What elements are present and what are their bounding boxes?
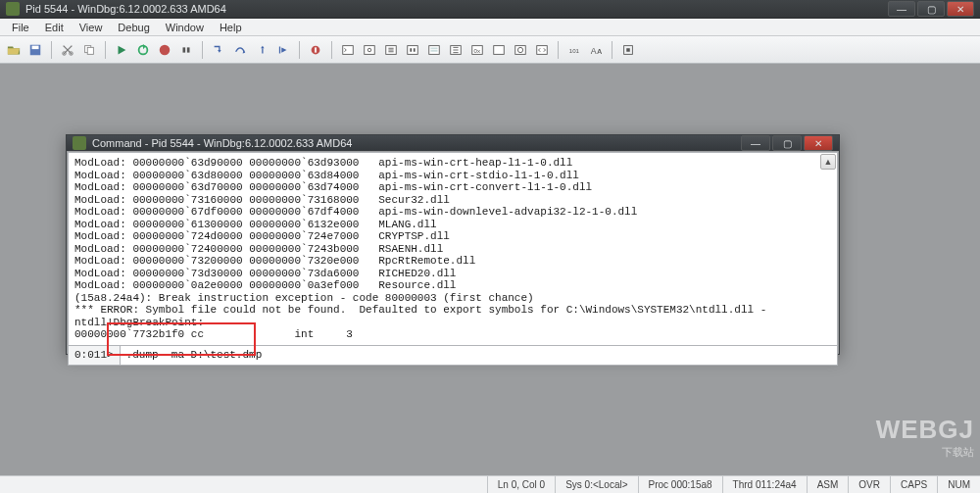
command-window-controls: — ▢ ✕ [739, 135, 833, 151]
watermark-main: WEBGJ [876, 415, 974, 444]
tb-regwin-icon[interactable] [403, 40, 422, 60]
svg-rect-1 [32, 45, 39, 49]
tb-break-icon[interactable] [176, 40, 196, 60]
status-thrd: Thrd 011:24a4 [722, 476, 807, 493]
command-output[interactable]: ModLoad: 00000000`63d90000 00000000`63d9… [69, 153, 837, 345]
titlebar[interactable]: Pid 5544 - WinDbg:6.12.0002.633 AMD64 — … [0, 0, 980, 19]
tb-font-icon[interactable]: Aᴀ [586, 40, 606, 60]
app-icon [6, 2, 20, 16]
prompt-row: 0:011> [69, 345, 837, 365]
svg-rect-21 [494, 45, 505, 54]
status-ovr: OVR [848, 476, 890, 493]
menu-debug[interactable]: Debug [110, 19, 157, 35]
svg-rect-28 [626, 48, 630, 52]
minimize-button[interactable]: — [888, 1, 915, 17]
toolbar-sep [105, 41, 106, 59]
tb-stepinto-icon[interactable] [209, 40, 228, 60]
close-button[interactable]: ✕ [947, 1, 974, 17]
toolbar-sep [558, 41, 559, 59]
svg-point-7 [160, 44, 171, 55]
toolbar: 0x 101 Aᴀ [0, 36, 980, 64]
tb-srcwin-icon[interactable] [532, 40, 552, 60]
app-window: Pid 5544 - WinDbg:6.12.0002.633 AMD64 — … [0, 0, 980, 493]
tb-stop-icon[interactable] [155, 40, 174, 60]
command-title: Command - Pid 5544 - WinDbg:6.12.0002.63… [92, 137, 739, 149]
watermark: WEBGJ 下载站 [876, 415, 974, 460]
tb-memwin-icon[interactable] [424, 40, 444, 60]
tb-copy-icon[interactable] [79, 40, 99, 60]
command-body: ModLoad: 00000000`63d90000 00000000`63d9… [68, 152, 838, 366]
cmd-close-button[interactable]: ✕ [804, 135, 833, 151]
status-num: NUM [937, 476, 980, 493]
status-proc: Proc 000:15a8 [638, 476, 722, 493]
status-lncol: Ln 0, Col 0 [487, 476, 555, 493]
svg-rect-12 [343, 45, 354, 54]
svg-rect-5 [87, 47, 93, 54]
toolbar-sep [331, 41, 332, 59]
tb-disasmwin-icon[interactable]: 0x [467, 40, 487, 60]
tb-cmdwin-icon[interactable] [338, 40, 358, 60]
window-controls: — ▢ ✕ [886, 1, 974, 17]
status-caps: CAPS [890, 476, 937, 493]
statusbar: Ln 0, Col 0 Sys 0:<Local> Proc 000:15a8 … [0, 475, 980, 493]
tb-go-icon[interactable] [112, 40, 131, 60]
tb-callstackwin-icon[interactable] [446, 40, 466, 60]
command-titlebar[interactable]: Command - Pid 5544 - WinDbg:6.12.0002.63… [67, 135, 839, 151]
menubar: File Edit View Debug Window Help [0, 19, 980, 36]
svg-rect-16 [408, 45, 418, 54]
cmd-icon [73, 136, 86, 150]
svg-rect-9 [187, 47, 190, 52]
tb-open-icon[interactable] [4, 40, 24, 60]
tb-watchwin-icon[interactable] [360, 40, 379, 60]
menu-help[interactable]: Help [212, 19, 250, 35]
prompt-label: 0:011> [69, 346, 121, 365]
workspace: Command - Pid 5544 - WinDbg:6.12.0002.63… [0, 64, 980, 475]
svg-rect-13 [365, 45, 375, 54]
cmd-maximize-button[interactable]: ▢ [772, 135, 802, 151]
cmd-minimize-button[interactable]: — [741, 135, 770, 151]
tb-scratchwin-icon[interactable] [489, 40, 509, 60]
tb-restart-icon[interactable] [133, 40, 153, 60]
toolbar-sep [202, 41, 203, 59]
watermark-sub: 下载站 [876, 445, 974, 460]
command-window: Command - Pid 5544 - WinDbg:6.12.0002.63… [66, 134, 840, 355]
toolbar-sep [51, 41, 52, 59]
svg-rect-11 [315, 47, 317, 52]
svg-rect-8 [183, 47, 186, 52]
app-title: Pid 5544 - WinDbg:6.12.0002.633 AMD64 [25, 3, 886, 15]
menu-window[interactable]: Window [158, 19, 212, 35]
tb-breakpoint-icon[interactable] [306, 40, 325, 60]
svg-text:0x: 0x [474, 46, 480, 53]
toolbar-sep [299, 41, 300, 59]
menu-view[interactable]: View [72, 19, 111, 35]
command-input[interactable] [121, 346, 837, 365]
tb-procwin-icon[interactable] [511, 40, 530, 60]
tb-stepover-icon[interactable] [230, 40, 250, 60]
maximize-button[interactable]: ▢ [917, 1, 945, 17]
status-asm: ASM [807, 476, 849, 493]
tb-runto-icon[interactable] [273, 40, 293, 60]
svg-text:Aᴀ: Aᴀ [591, 45, 603, 55]
toolbar-sep [612, 41, 612, 59]
svg-text:101: 101 [569, 46, 580, 53]
tb-localswin-icon[interactable] [381, 40, 401, 60]
tb-cut-icon[interactable] [58, 40, 77, 60]
tb-stepout-icon[interactable] [252, 40, 271, 60]
tb-binary-icon[interactable]: 101 [564, 40, 584, 60]
menu-edit[interactable]: Edit [37, 19, 72, 35]
tb-options-icon[interactable] [618, 40, 638, 60]
menu-file[interactable]: File [4, 19, 37, 35]
scroll-up-button[interactable]: ▲ [820, 154, 836, 170]
status-sys: Sys 0:<Local> [555, 476, 637, 493]
tb-save-icon[interactable] [25, 40, 45, 60]
